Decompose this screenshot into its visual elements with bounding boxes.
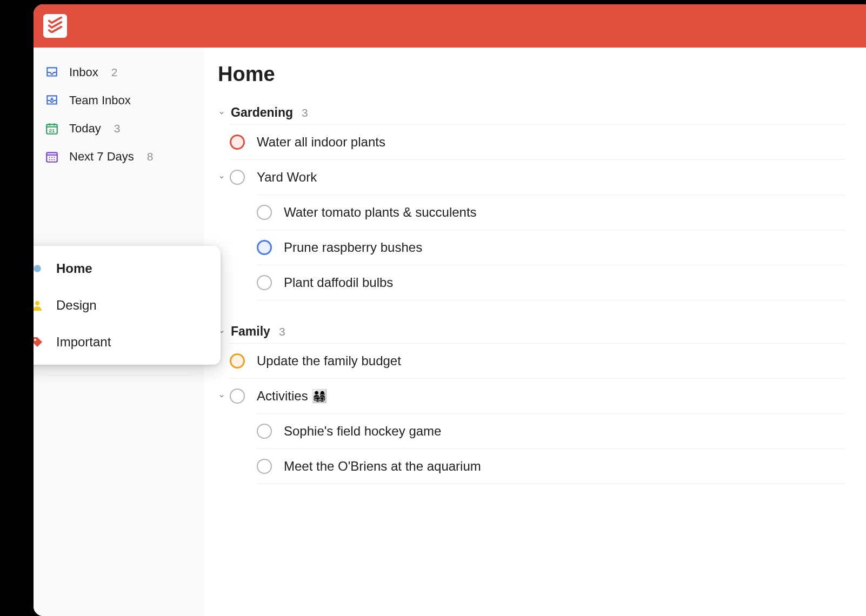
titlebar	[34, 4, 866, 48]
sidebar-item-label: Today	[69, 122, 101, 136]
task-row[interactable]: Activities 👨‍👩‍👧‍👦	[230, 378, 844, 413]
task-label: Prune raspberry bushes	[284, 240, 422, 255]
task-row[interactable]: Meet the O'Briens at the aquarium	[257, 448, 844, 484]
task-row[interactable]: Sophie's field hockey game	[257, 413, 844, 448]
favorites-popup: Home Design Important	[34, 246, 221, 365]
team-inbox-icon	[44, 93, 59, 108]
task-label: Yard Work	[257, 170, 317, 185]
sidebar-item-count: 3	[114, 122, 121, 135]
section-count: 3	[302, 106, 308, 119]
task-row[interactable]: Prune raspberry bushes	[257, 230, 844, 265]
divider	[44, 375, 193, 376]
chevron-down-icon[interactable]	[218, 173, 225, 181]
svg-point-6	[49, 159, 50, 160]
section-gardening: Gardening 3 Water all indoor plants Yard…	[218, 105, 844, 300]
project-dot-icon	[34, 262, 44, 276]
task-checkbox[interactable]	[257, 205, 272, 220]
app-window: Inbox 2 Team Inbox 21 Today 3	[34, 4, 866, 616]
task-checkbox[interactable]	[257, 275, 272, 290]
body-area: Inbox 2 Team Inbox 21 Today 3	[34, 48, 866, 616]
svg-text:21: 21	[49, 128, 55, 133]
sidebar-item-inbox[interactable]: Inbox 2	[34, 58, 204, 86]
task-label: Water tomato plants & succulents	[284, 205, 477, 220]
popup-item-label: Home	[56, 261, 92, 276]
sidebar-item-count: 2	[111, 66, 118, 79]
task-label: Update the family budget	[257, 353, 401, 369]
task-label: Plant daffodil bulbs	[284, 275, 393, 290]
chevron-down-icon	[218, 109, 225, 117]
sidebar-item-team-inbox[interactable]: Team Inbox	[34, 86, 204, 115]
section-header[interactable]: Family 3	[218, 324, 844, 339]
svg-point-11	[34, 339, 36, 341]
task-label: Activities 👨‍👩‍👧‍👦	[257, 389, 328, 404]
sidebar: Inbox 2 Team Inbox 21 Today 3	[34, 48, 204, 616]
popup-item-home[interactable]: Home	[34, 250, 221, 287]
chevron-down-icon[interactable]	[218, 392, 225, 400]
task-row[interactable]: Plant daffodil bulbs	[257, 265, 844, 300]
section-family: Family 3 Update the family budget Activi…	[218, 324, 844, 484]
sidebar-item-today[interactable]: 21 Today 3	[34, 115, 204, 143]
task-label: Sophie's field hockey game	[284, 424, 441, 439]
task-label: Water all indoor plants	[257, 135, 385, 150]
calendar-week-icon	[44, 149, 59, 164]
sidebar-item-label: Inbox	[69, 65, 98, 79]
task-checkbox[interactable]	[257, 424, 272, 439]
sidebar-item-count: 8	[147, 150, 154, 163]
tag-icon	[34, 335, 44, 349]
svg-point-4	[51, 157, 52, 158]
task-checkbox[interactable]	[230, 389, 245, 404]
task-checkbox[interactable]	[257, 459, 272, 474]
sidebar-item-next-7-days[interactable]: Next 7 Days 8	[34, 143, 204, 171]
svg-point-7	[51, 159, 52, 160]
svg-point-9	[34, 265, 41, 272]
todoist-logo-icon	[47, 17, 63, 35]
task-row[interactable]: Yard Work	[230, 159, 844, 195]
svg-point-5	[54, 157, 55, 158]
popup-item-label: Important	[56, 334, 111, 350]
task-checkbox[interactable]	[230, 135, 245, 150]
inbox-icon	[44, 65, 59, 80]
task-label: Meet the O'Briens at the aquarium	[284, 459, 481, 474]
task-row[interactable]: Water all indoor plants	[230, 124, 844, 159]
sidebar-item-label: Next 7 Days	[69, 150, 134, 164]
popup-item-design[interactable]: Design	[34, 287, 221, 324]
person-icon	[34, 298, 44, 312]
section-count: 3	[279, 325, 285, 338]
calendar-today-icon: 21	[44, 121, 59, 136]
app-logo[interactable]	[43, 14, 67, 38]
section-title: Family	[231, 324, 270, 339]
task-row[interactable]: Water tomato plants & succulents	[257, 195, 844, 230]
page-title: Home	[218, 63, 844, 86]
svg-point-3	[49, 157, 50, 158]
task-checkbox[interactable]	[257, 240, 272, 255]
sidebar-item-label: Team Inbox	[69, 93, 131, 108]
main-content: Home Gardening 3 Water all indoor plants	[204, 48, 866, 616]
svg-point-10	[35, 301, 39, 305]
popup-item-important[interactable]: Important	[34, 324, 221, 360]
task-checkbox[interactable]	[230, 170, 245, 185]
section-header[interactable]: Gardening 3	[218, 105, 844, 120]
section-title: Gardening	[231, 105, 293, 120]
svg-point-8	[54, 159, 55, 160]
task-checkbox[interactable]	[230, 353, 245, 369]
task-row[interactable]: Update the family budget	[230, 343, 844, 378]
popup-item-label: Design	[56, 298, 97, 313]
